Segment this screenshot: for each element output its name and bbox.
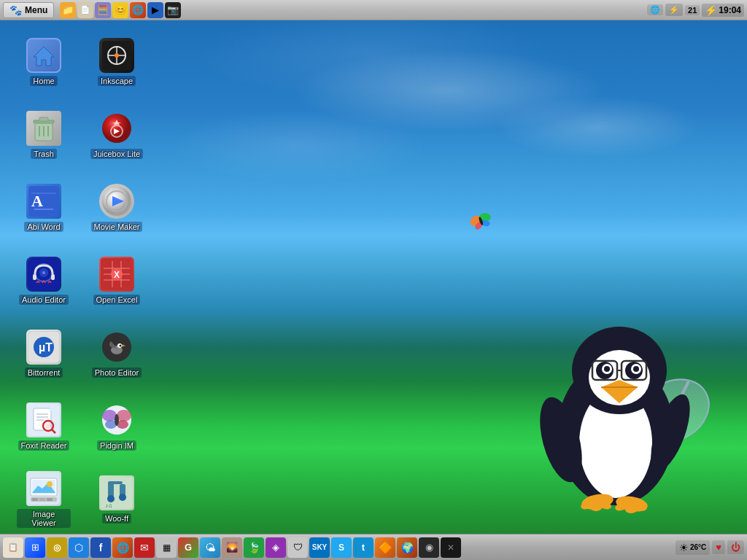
files-bottom-icon[interactable]: 📋 — [3, 537, 23, 558]
wooff-icon-label: Woo-ff — [102, 513, 131, 524]
svg-rect-8 — [39, 117, 48, 121]
moviemaker-icon-img — [99, 184, 134, 219]
desktop-icon-pidgin[interactable]: Pidgin IM — [84, 390, 150, 463]
clock-time: 19:04 — [719, 5, 741, 15]
trash-icon-img — [26, 111, 61, 146]
maps-bottom-icon[interactable]: G — [178, 537, 198, 558]
weather-bottom-icon[interactable]: 🌤 — [200, 537, 220, 558]
juicebox-icon-img — [99, 111, 134, 146]
menu-button[interactable]: 🐾 Menu — [3, 2, 54, 18]
svg-point-44 — [120, 345, 122, 347]
smiley-quick-icon[interactable]: 😊 — [112, 2, 128, 18]
svg-rect-68 — [47, 498, 53, 501]
svg-rect-66 — [32, 498, 38, 501]
svg-point-59 — [115, 414, 119, 426]
desktop-icon-foxit[interactable]: Foxit Reader — [11, 390, 77, 463]
facebook-bottom-icon[interactable]: f — [90, 537, 111, 558]
twitter-bottom-icon[interactable]: t — [353, 537, 374, 558]
abiword-icon-label: Abi Word — [24, 222, 63, 232]
aim-bottom-icon[interactable]: ◎ — [47, 537, 67, 558]
moviemaker-icon-label: Movie Maker — [91, 222, 143, 232]
home-icon-label: Home — [30, 76, 57, 86]
desktop-icons-grid: Home Inkscape — [11, 26, 157, 536]
media-bottom-icon[interactable]: ▦ — [156, 537, 177, 558]
sun-temperature-widget[interactable]: ☀ 26°C — [676, 540, 710, 555]
desktop-icon-bittorrent[interactable]: µT Bittorrent — [11, 317, 77, 390]
media-quick-icon[interactable]: ▶ — [147, 2, 163, 18]
trash-icon-label: Trash — [31, 149, 57, 159]
desktop-icon-excel[interactable]: X Open Excel — [84, 244, 150, 317]
sun-icon: ☀ — [679, 542, 689, 553]
svg-marker-0 — [34, 47, 54, 66]
excel-icon-img: X — [99, 257, 134, 292]
audio-icon-img — [26, 257, 61, 292]
svg-text:µT: µT — [39, 341, 53, 354]
network-tray[interactable]: 🌐 — [647, 4, 663, 15]
svg-rect-27 — [33, 274, 36, 280]
vlc-bottom-icon[interactable]: 🔶 — [375, 537, 395, 558]
temperature-value: 26°C — [690, 543, 706, 551]
date-number: 21 — [688, 6, 697, 15]
penguin-mascot — [506, 257, 725, 534]
clock-widget[interactable]: ⚡ 19:04 — [702, 4, 744, 17]
battery-bolt-icon: ⚡ — [705, 4, 717, 16]
webcam-quick-icon[interactable]: 📷 — [165, 2, 181, 18]
svg-point-26 — [42, 271, 45, 274]
sky-bottom-icon[interactable]: SKY — [309, 537, 330, 558]
svg-point-12 — [102, 114, 131, 143]
desktop-icon-photo[interactable]: Photo Editor — [84, 317, 150, 390]
desktop-icon-audio[interactable]: Audio Editor — [11, 244, 77, 317]
calculator-quick-icon[interactable]: 🧮 — [95, 2, 111, 18]
desktop-icon-trash[interactable]: Trash — [11, 98, 77, 171]
imageviewer-icon-label: Image Viewer — [17, 509, 71, 528]
wooff-icon-img: ♪♫ — [99, 475, 134, 510]
dark-bottom-icon[interactable]: ◉ — [419, 537, 439, 558]
firefox-quick-icon[interactable]: 🌐 — [130, 2, 146, 18]
photos-bottom-icon[interactable]: 🌄 — [222, 537, 242, 558]
purple-bottom-icon[interactable]: ◈ — [266, 537, 286, 558]
skype-bottom-icon[interactable]: S — [331, 537, 352, 558]
pidgin-icon-img — [99, 402, 134, 438]
desktop-icon-home[interactable]: Home — [11, 26, 77, 98]
foxit-icon-img — [26, 402, 61, 438]
svg-point-109 — [625, 506, 637, 513]
inkscape-icon-label: Inkscape — [98, 76, 136, 86]
desktop-icon-moviemaker[interactable]: Movie Maker — [84, 171, 150, 244]
firefox-bottom-icon[interactable]: 🌐 — [112, 537, 133, 558]
date-tray[interactable]: 21 — [685, 5, 700, 15]
svg-rect-47 — [50, 408, 53, 411]
desktop-icon-abiword[interactable]: A Abi Word — [11, 171, 77, 244]
dropbox-bottom-icon[interactable]: ⬡ — [69, 537, 89, 558]
imageviewer-icon-img — [26, 471, 61, 506]
folder-quick-icon[interactable]: 📁 — [60, 2, 76, 18]
shield-bottom-icon[interactable]: 🛡 — [287, 537, 308, 558]
juicebox-icon-label: Juicebox Lite — [90, 149, 143, 159]
svg-point-52 — [45, 423, 51, 429]
windows-bottom-icon[interactable]: ⊞ — [25, 537, 45, 558]
svg-point-5 — [115, 53, 119, 58]
heartrate-widget[interactable]: ♥ — [712, 540, 725, 554]
audio-icon-label: Audio Editor — [19, 295, 69, 305]
leaf-bottom-icon[interactable]: 🍃 — [244, 537, 264, 558]
x-bottom-icon[interactable]: ✕ — [441, 537, 461, 558]
bittorrent-icon-label: Bittorrent — [25, 368, 63, 378]
svg-text:X: X — [114, 270, 120, 280]
mail-bottom-icon[interactable]: ✉ — [134, 537, 155, 558]
desktop-icon-wooff[interactable]: ♪♫ Woo-ff — [84, 463, 150, 536]
files-quick-icon[interactable]: 📄 — [77, 2, 93, 18]
power-widget[interactable]: ⏻ — [727, 540, 744, 554]
svg-rect-67 — [39, 498, 45, 501]
menu-label: Menu — [25, 5, 47, 15]
firefox2-bottom-icon[interactable]: 🌍 — [397, 537, 417, 558]
desktop-icon-juicebox[interactable]: Juicebox Lite — [84, 98, 150, 171]
desktop-icon-inkscape[interactable]: Inkscape — [84, 26, 150, 98]
bottom-right-tray: ☀ 26°C ♥ ⏻ — [676, 540, 744, 555]
svg-rect-28 — [51, 274, 55, 280]
desktop-icon-imageviewer[interactable]: Image Viewer — [11, 463, 77, 536]
cpu-tray[interactable]: ⚡ — [665, 4, 683, 16]
bittorrent-icon-img: µT — [26, 330, 61, 365]
top-quick-launch: 📁 📄 🧮 😊 🌐 ▶ 📷 — [60, 2, 181, 18]
system-tray: 🌐 ⚡ 21 ⚡ 19:04 — [647, 4, 744, 17]
svg-point-74 — [119, 494, 126, 501]
photo-icon-label: Photo Editor — [92, 368, 142, 378]
